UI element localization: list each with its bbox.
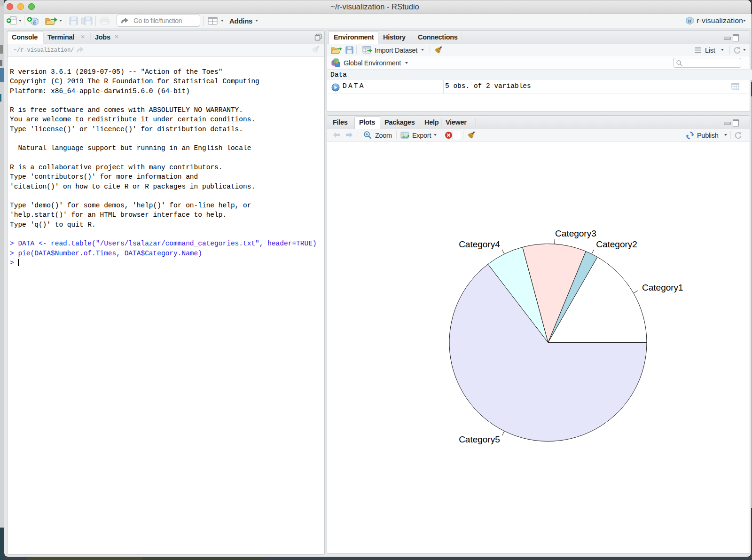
svg-text:R: R [688, 18, 691, 24]
svg-text:Category3: Category3 [555, 229, 596, 238]
svg-text:Category1: Category1 [642, 283, 683, 292]
svg-text:R: R [33, 21, 36, 25]
svg-text:Category5: Category5 [459, 434, 500, 444]
svg-text:Category4: Category4 [459, 239, 500, 249]
svg-text:Category2: Category2 [596, 239, 637, 249]
